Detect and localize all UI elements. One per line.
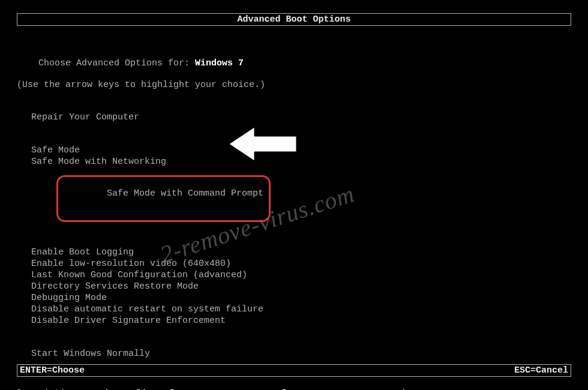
option-last-known-good[interactable]: Last Known Good Configuration (advanced) [28,269,251,281]
option-debugging-mode[interactable]: Debugging Mode [28,292,110,304]
os-name: Windows 7 [195,58,244,68]
content-area: Choose Advanced Options for: Windows 7 (… [17,48,571,390]
option-enable-low-res-video[interactable]: Enable low-resolution video (640x480) [28,258,235,269]
option-start-windows-normally[interactable]: Start Windows Normally [28,348,154,359]
option-repair-your-computer[interactable]: Repair Your Computer [28,112,143,123]
footer-enter: ENTER=Choose [20,365,85,376]
option-disable-auto-restart[interactable]: Disable automatic restart on system fail… [28,304,267,315]
option-safe-mode-command-prompt[interactable]: Safe Mode with Command Prompt [103,188,267,199]
highlighted-option-wrap: Safe Mode with Command Prompt [60,178,267,220]
option-directory-services-restore[interactable]: Directory Services Restore Mode [28,281,202,292]
option-enable-boot-logging[interactable]: Enable Boot Logging [28,247,137,258]
group-safe-mode: Safe Mode Safe Mode with Networking Safe… [28,145,571,230]
title-bar: Advanced Boot Options [17,13,571,26]
footer-bar: ENTER=Choose ESC=Cancel [17,364,571,377]
option-safe-mode[interactable]: Safe Mode [28,145,83,156]
group-repair: Repair Your Computer [28,112,571,123]
group-advanced: Enable Boot Logging Enable low-resolutio… [28,247,571,326]
prompt-prefix: Choose Advanced Options for: [38,58,195,68]
group-normal: Start Windows Normally [28,348,571,359]
screen-title: Advanced Boot Options [237,14,350,25]
option-safe-mode-networking[interactable]: Safe Mode with Networking [28,156,170,167]
option-disable-driver-sig[interactable]: Disable Driver Signature Enforcement [28,315,229,326]
footer-esc: ESC=Cancel [514,365,568,376]
arrow-key-hint: (Use the arrow keys to highlight your ch… [17,80,571,90]
prompt-line: Choose Advanced Options for: Windows 7 [17,48,571,79]
